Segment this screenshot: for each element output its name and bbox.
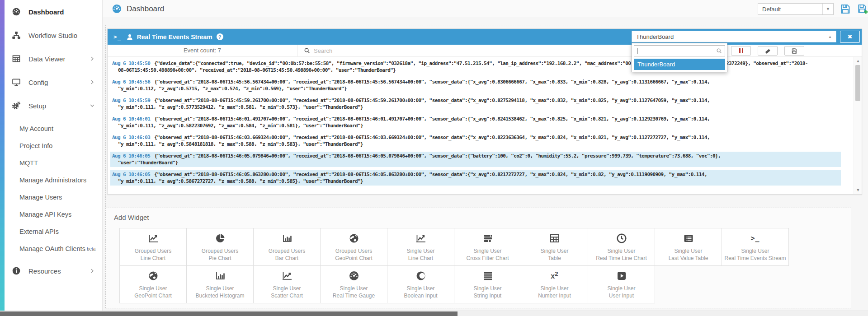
widget-tile-single-user-line-chart[interactable]: Single UserLine Chart <box>387 228 454 266</box>
close-widget-button[interactable]: ✖ <box>840 31 860 43</box>
save-dashboard-icon[interactable] <box>840 4 851 14</box>
bar-chart-icon <box>281 232 293 244</box>
sidebar-item-data-viewer[interactable]: Data Viewer <box>5 47 102 70</box>
sidebar-item-config[interactable]: Config <box>5 70 102 94</box>
sidebar-subitem-manage-users[interactable]: Manage Users <box>5 189 102 206</box>
widget-tile-label: Single UserTable <box>540 247 568 262</box>
dropdown-search[interactable] <box>634 45 725 56</box>
gauge-icon <box>12 7 21 16</box>
sidebar-subitem-manage-administrators[interactable]: Manage Administrators <box>5 172 102 189</box>
chevron-right-icon <box>90 79 95 85</box>
sidebar-item-label: Setup <box>28 102 46 110</box>
dashboard-main: >_ Real Time Events Stream ? ThunderBoar… <box>103 18 868 311</box>
tile-type: Pie Chart <box>202 255 238 262</box>
dropdown-option-thunderboard[interactable]: ThunderBoard <box>634 59 725 70</box>
widget-tile-single-user-boolean-input[interactable]: Single UserBoolean Input <box>387 265 454 303</box>
sidebar-subitem-manage-api-keys[interactable]: Manage API Keys <box>5 206 102 223</box>
user-filter-select[interactable]: ThunderBoard ▲ <box>632 31 836 42</box>
log-entry: Aug 6 10:45:56{"observed_at":"2018-08-06… <box>110 78 841 93</box>
topbar-right: Default ▼ <box>758 3 868 15</box>
widget-tile-single-user-geopoint-chart[interactable]: Single UserGeoPoint Chart <box>119 265 187 303</box>
log-timestamp: Aug 6 10:46:05 <box>112 172 150 177</box>
sidebar-item-dashboard[interactable]: Dashboard <box>5 0 102 23</box>
tile-type: GeoPoint Chart <box>335 255 373 262</box>
widget-tile-single-user-cross-filter-chart[interactable]: Single UserCross Filter Chart <box>454 228 521 266</box>
add-widget-section: Add Widget Grouped UsersLine ChartGroupe… <box>105 208 851 308</box>
tile-group: Single User <box>596 247 647 255</box>
widget-tile-single-user-table[interactable]: Single UserTable <box>521 228 588 266</box>
tile-group: Single User <box>724 247 786 255</box>
tile-type: Number Input <box>538 292 571 299</box>
widget-tile-label: Single UserLast Value Table <box>669 247 708 262</box>
log-entry: Aug 6 10:46:01{"observed_at":"2018-08-06… <box>110 115 841 130</box>
event-log: Aug 6 10:45:50{"device_data":{"connected… <box>108 57 854 194</box>
help-icon[interactable]: ? <box>217 33 223 40</box>
log-json-line: "y_min":0.111, "z_avg":0.5773529412, "z_… <box>118 104 839 111</box>
widget-tile-single-user-last-value-table[interactable]: Single UserLast Value Table <box>655 228 722 266</box>
tile-group: Single User <box>669 247 708 255</box>
widget-tile-single-user-user-input[interactable]: Single UserUser Input <box>588 265 655 303</box>
horizontal-scrollbar[interactable] <box>0 311 868 316</box>
widget-tile-label: Single UserString Input <box>473 285 501 299</box>
widget-tile-grouped-users-bar-chart[interactable]: Grouped UsersBar Chart <box>253 228 321 266</box>
dashboard-select[interactable]: Default ▼ <box>758 3 834 15</box>
chevron-down-icon <box>90 103 95 108</box>
sidebar-item-workflow-studio[interactable]: Workflow Studio <box>5 23 102 47</box>
widget-tile-single-user-number-input[interactable]: x2Single UserNumber Input <box>521 265 588 303</box>
widget-tile-grouped-users-line-chart[interactable]: Grouped UsersLine Chart <box>119 228 187 266</box>
widget-tile-single-user-real-time-events-stream[interactable]: >_Single UserReal Time Events Stream <box>722 228 789 266</box>
tile-type: Real Time Events Stream <box>724 255 786 262</box>
event-count: Event count: 7 <box>108 45 297 56</box>
tile-group: Grouped Users <box>335 247 373 255</box>
widget-tile-label: Single UserGeoPoint Chart <box>134 285 172 299</box>
log-scrollbar[interactable]: ▲ ▼ <box>854 57 862 194</box>
sidebar: DashboardWorkflow StudioData ViewerConfi… <box>0 0 103 311</box>
pie-chart-icon <box>214 232 226 244</box>
clear-button[interactable] <box>758 46 778 56</box>
scroll-up-icon[interactable]: ▲ <box>854 58 862 64</box>
log-json-line: "user":"ThunderBoard"} <box>118 159 839 166</box>
page-title-wrap: Dashboard <box>112 4 164 14</box>
topbar: Dashboard Default ▼ <box>103 0 868 18</box>
page-title: Dashboard <box>127 5 164 14</box>
sidebar-subitem-my-account[interactable]: My Account <box>5 120 102 137</box>
sidebar-subitem-mqtt[interactable]: MQTT <box>5 154 102 172</box>
widget-tile-label: Single UserScatter Chart <box>271 285 303 299</box>
sidebar-nav: DashboardWorkflow StudioData ViewerConfi… <box>5 0 102 283</box>
tile-type: Real Time Gauge <box>333 292 375 299</box>
export-button[interactable] <box>784 46 804 56</box>
widget-tile-label: Single UserCross Filter Chart <box>466 247 509 262</box>
pause-button[interactable] <box>731 46 751 56</box>
log-entry: Aug 6 10:45:59{"observed_at":"2018-08-06… <box>110 96 841 112</box>
chevron-down-icon: ▼ <box>822 4 833 14</box>
log-search-input[interactable] <box>314 47 567 54</box>
terminal-icon: >_ <box>113 33 122 40</box>
scroll-down-icon[interactable]: ▼ <box>854 187 862 193</box>
table-icon <box>12 54 21 63</box>
widget-tile-single-user-string-input[interactable]: Single UserString Input <box>454 265 521 303</box>
sidebar-item-setup[interactable]: Setup <box>5 94 102 117</box>
widget-tile-single-user-real-time-gauge[interactable]: Single UserReal Time Gauge <box>320 265 387 303</box>
widget-tile-single-user-real-time-line-chart[interactable]: Single UserReal Time Line Chart <box>588 228 655 266</box>
sidebar-subitem-manage-oauth-clients[interactable]: Manage OAuth Clientsbeta <box>5 240 102 257</box>
real-time-events-stream-widget: >_ Real Time Events Stream ? ThunderBoar… <box>107 28 862 195</box>
horizontal-scrollbar-thumb[interactable] <box>0 311 458 316</box>
sidebar-item-resources[interactable]: Resources <box>5 259 102 283</box>
log-entry: Aug 6 10:46:05{"observed_at":"2018-08-06… <box>110 152 841 167</box>
widget-tile-single-user-scatter-chart[interactable]: Single UserScatter Chart <box>253 265 321 303</box>
widget-tile-single-user-bucketed-histogram[interactable]: Single UserBucketed Histogram <box>186 265 254 303</box>
tile-group: Grouped Users <box>269 247 305 255</box>
log-json-line: {"observed_at":"2018-08-06T15:46:05.8632… <box>154 172 707 177</box>
tile-type: Scatter Chart <box>271 292 303 299</box>
widget-tile-label: Single UserBoolean Input <box>404 285 437 299</box>
tile-group: Single User <box>271 285 303 292</box>
toolbar-buttons <box>731 46 804 56</box>
sidebar-subitem-external-apis[interactable]: External APIs <box>5 223 102 240</box>
save-dashboard-as-icon[interactable] <box>857 4 868 14</box>
sidebar-subitem-label: External APIs <box>19 228 59 235</box>
sidebar-subitem-project-info[interactable]: Project Info <box>5 137 102 154</box>
widget-tile-grouped-users-pie-chart[interactable]: Grouped UsersPie Chart <box>186 228 254 266</box>
dropdown-search-input[interactable] <box>637 48 716 54</box>
scrollbar-thumb[interactable] <box>855 65 860 101</box>
widget-tile-grouped-users-geopoint-chart[interactable]: Grouped UsersGeoPoint Chart <box>320 228 387 266</box>
